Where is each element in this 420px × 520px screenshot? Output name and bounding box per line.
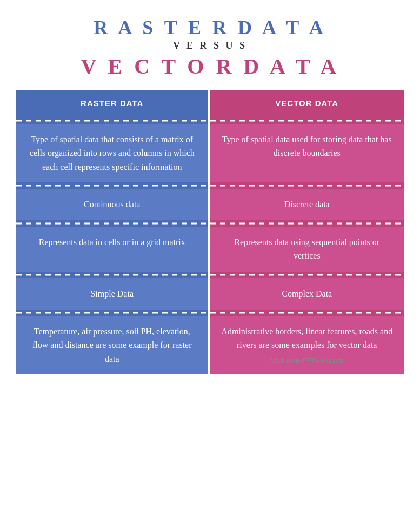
cell-raster-datatype: Continuous data bbox=[16, 189, 210, 220]
divider-right-1 bbox=[210, 117, 404, 124]
divider-left-3 bbox=[16, 220, 210, 227]
website-credit: Visit www.PEDIAA.com bbox=[221, 356, 394, 366]
column-header-raster: RASTER DATA bbox=[16, 90, 210, 117]
cell-raster-representation: Represents data in cells or in a grid ma… bbox=[16, 227, 210, 272]
divider-left-4 bbox=[16, 272, 210, 278]
row-complexity: Simple Data Complex Data bbox=[16, 278, 404, 310]
divider-4 bbox=[16, 272, 404, 278]
cell-vector-definition: Type of spatial data used for storing da… bbox=[210, 124, 404, 183]
divider-right-5 bbox=[210, 310, 404, 316]
row-data-type: Continuous data Discrete data bbox=[16, 189, 404, 220]
row-definition: Type of spatial data that consists of a … bbox=[16, 124, 404, 183]
cell-vector-examples: Administrative borders, linear features,… bbox=[210, 316, 404, 375]
header-row: RASTER DATA VECTOR DATA bbox=[16, 90, 404, 117]
divider-2 bbox=[16, 182, 404, 189]
divider-5 bbox=[16, 310, 404, 316]
divider-right-2 bbox=[210, 182, 404, 189]
divider-1 bbox=[16, 117, 404, 124]
divider-right-3 bbox=[210, 220, 404, 227]
divider-right-4 bbox=[210, 272, 404, 278]
page-container: R A S T E R D A T A V E R S U S V E C T … bbox=[0, 0, 420, 385]
title-raster: R A S T E R D A T A bbox=[94, 16, 326, 39]
divider-left-1 bbox=[16, 117, 210, 124]
divider-left-2 bbox=[16, 182, 210, 189]
row-representation: Represents data in cells or in a grid ma… bbox=[16, 227, 404, 272]
cell-vector-representation: Represents data using sequential points … bbox=[210, 227, 404, 272]
cell-vector-datatype: Discrete data bbox=[210, 189, 404, 220]
cell-raster-examples: Temperature, air pressure, soil PH, elev… bbox=[16, 316, 210, 375]
divider-3 bbox=[16, 220, 404, 227]
cell-raster-complexity: Simple Data bbox=[16, 278, 210, 310]
cell-raster-definition: Type of spatial data that consists of a … bbox=[16, 124, 210, 183]
title-versus: V E R S U S bbox=[173, 40, 247, 51]
comparison-table: RASTER DATA VECTOR DATA Type of spatial … bbox=[16, 90, 404, 374]
title-vector: V E C T O R D A T A bbox=[81, 54, 339, 79]
divider-left-5 bbox=[16, 310, 210, 316]
row-examples: Temperature, air pressure, soil PH, elev… bbox=[16, 316, 404, 375]
cell-vector-complexity: Complex Data bbox=[210, 278, 404, 310]
column-header-vector: VECTOR DATA bbox=[210, 90, 404, 117]
